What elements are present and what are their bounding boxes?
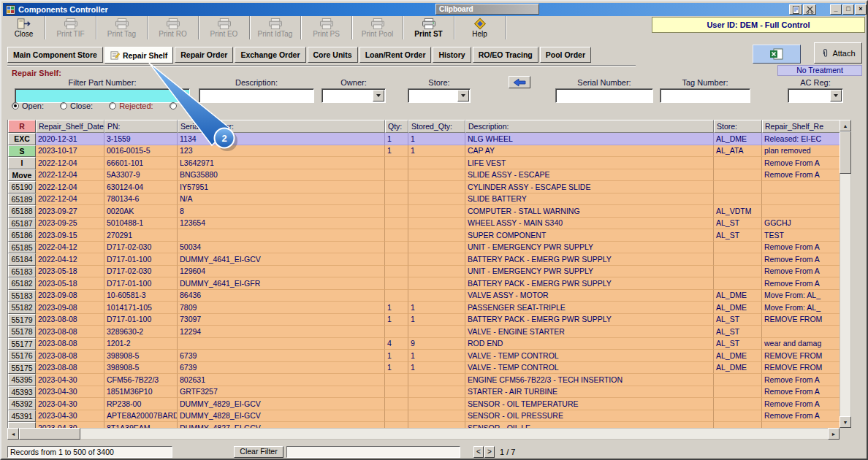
table-row[interactable]: 453912023-04-30APTE8A20007BARDDUMMY_4828… — [8, 410, 840, 423]
tab-exchange-order[interactable]: Exchange Order — [235, 47, 305, 63]
column-header-store[interactable]: Store: — [714, 120, 762, 133]
row-number[interactable]: 45395 — [8, 374, 36, 386]
scroll-down-button[interactable]: ▼ — [840, 416, 851, 428]
row-button-move[interactable]: Move — [8, 169, 36, 182]
prev-page-button[interactable]: < — [473, 446, 484, 458]
clipboard-floating-window[interactable]: Clipboard — [435, 4, 539, 15]
serial-number-input[interactable] — [555, 88, 653, 103]
row-number[interactable]: 65186 — [8, 229, 36, 242]
filter-expression-field[interactable] — [286, 446, 460, 458]
row-number[interactable]: 65189 — [8, 193, 36, 206]
table-row[interactable]: 551792023-08-08D717-01-1007309711BATTERY… — [8, 314, 840, 326]
horizontal-scrollbar[interactable]: ◄ ► — [7, 428, 840, 440]
row-number[interactable]: 55178 — [8, 326, 36, 338]
minimize-button[interactable]: _ — [830, 4, 842, 15]
row-number[interactable]: 55179 — [8, 314, 36, 326]
table-row[interactable]: 651842022-04-12D717-01-100DUMMY_4641_EI-… — [8, 253, 840, 266]
vertical-scroll-thumb[interactable] — [840, 131, 851, 174]
table-row[interactable]: 651832023-05-18D717-02-030129604UNIT - E… — [8, 266, 840, 278]
row-number[interactable]: 65182 — [8, 277, 36, 290]
table-row[interactable]: 551762023-08-08398908-5673911VALVE - TEM… — [8, 350, 840, 362]
print-st-button[interactable]: Print ST — [403, 16, 454, 39]
row-number[interactable]: 55177 — [8, 338, 36, 350]
help-button[interactable]: Help — [454, 16, 506, 39]
row-number[interactable]: 55175 — [8, 362, 36, 375]
table-row[interactable]: 651852022-04-12D717-02-03050034UNIT - EM… — [8, 242, 840, 254]
print-idtag-button[interactable]: Print IdTag — [250, 16, 301, 39]
table-row[interactable]: 651822023-05-18D717-01-100DUMMY_4641_EI-… — [8, 277, 840, 290]
row-number[interactable]: 65184 — [8, 253, 36, 266]
store-select[interactable] — [408, 88, 471, 103]
table-row[interactable]: 453922023-04-30RP238-00DUMMY_4829_EI-GCV… — [8, 398, 840, 410]
row-number[interactable]: 65185 — [8, 242, 36, 254]
export-excel-button[interactable] — [753, 45, 801, 64]
tab-repair-shelf[interactable]: Repair Shelf — [104, 47, 173, 64]
close-window-button[interactable]: × — [855, 4, 867, 15]
radio-open[interactable]: Open: — [12, 101, 44, 111]
column-header-repair-shelf-date[interactable]: Repair_Shelf_Date: — [36, 120, 104, 133]
print-tag-button[interactable]: Print Tag — [96, 16, 148, 39]
print-pool-button[interactable]: Print Pool — [352, 16, 403, 39]
table-row[interactable]: 651882023-09-270020AK8COMPUTER - STALL W… — [8, 205, 840, 218]
row-button-exc[interactable]: EXC — [8, 133, 36, 145]
next-page-button[interactable]: > — [484, 446, 495, 458]
table-row[interactable]: Move2022-12-045A3307-9BNG35880SLIDE ASSY… — [8, 169, 840, 182]
column-header-stored-qty[interactable]: Stored_Qty: — [408, 120, 465, 133]
column-header-repair-shelf-re[interactable]: Repair_Shelf_Re — [762, 120, 840, 133]
vertical-scrollbar[interactable]: ▲ ▼ — [840, 120, 851, 428]
table-row[interactable]: 651902022-12-04630124-04IY57951CYLINDER … — [8, 181, 840, 193]
apply-filter-arrow-button[interactable] — [509, 76, 530, 88]
table-row[interactable]: 2023-04-308T1A39EAMDUMMY_4827_EI-GCVSENS… — [8, 422, 840, 428]
chevron-down-icon[interactable] — [830, 90, 842, 101]
tab-main-component-store[interactable]: Main Component Store — [7, 47, 103, 63]
row-button-i[interactable]: I — [8, 157, 36, 169]
tab-pool-order[interactable]: Pool Order — [540, 47, 591, 63]
table-row[interactable]: 651872023-09-255010488-1123654WHEEL ASSY… — [8, 218, 840, 230]
row-number[interactable]: 55176 — [8, 350, 36, 362]
print-tif-button[interactable]: Print TIF — [45, 16, 96, 39]
description-filter-input[interactable] — [199, 88, 314, 103]
close-button[interactable]: Close — [3, 16, 45, 39]
row-number[interactable]: 55183 — [8, 290, 36, 302]
row-number[interactable]: 65183 — [8, 266, 36, 278]
table-row[interactable]: 551832023-09-0810-60581-386436VALVE ASSY… — [8, 290, 840, 302]
table-row[interactable]: 651862023-09-15270291SUPER COMPONENTAL_S… — [8, 229, 840, 242]
row-number[interactable]: 65187 — [8, 218, 36, 230]
print-ro-button[interactable]: Print RO — [148, 16, 199, 39]
row-number[interactable]: 55182 — [8, 302, 36, 314]
attach-button[interactable]: Attach — [814, 42, 862, 64]
row-number[interactable]: 45392 — [8, 398, 36, 410]
radio-option-4[interactable] — [170, 101, 180, 111]
tab-core-units[interactable]: Core Units — [308, 47, 358, 63]
table-row[interactable]: 651892022-12-04780134-6N/ASLIDE BATTERY — [8, 193, 840, 206]
table-row[interactable]: 551752023-08-08398908-5673911VALVE - TEM… — [8, 362, 840, 375]
print-eo-button[interactable]: Print EO — [199, 16, 250, 39]
radio-rejected[interactable]: Rejected: — [109, 101, 153, 111]
ac-reg-select[interactable] — [788, 88, 843, 103]
row-button-s[interactable]: S — [8, 145, 36, 158]
scroll-right-button[interactable]: ► — [828, 428, 840, 440]
column-header-serial-number[interactable]: Serial_Number: — [178, 120, 385, 133]
maximize-button[interactable]: □ — [842, 4, 854, 15]
chevron-down-icon[interactable] — [373, 90, 384, 101]
table-row[interactable]: 551772023-08-081201-249ROD ENDAL_STwear … — [8, 338, 840, 350]
tag-number-input[interactable] — [660, 88, 750, 103]
column-header-qty[interactable]: Qty: — [385, 120, 408, 133]
row-status-header-button[interactable]: R — [8, 120, 36, 133]
row-number[interactable]: 45393 — [8, 386, 36, 399]
document-tool-button[interactable] — [789, 4, 802, 15]
horizontal-scroll-thumb[interactable] — [19, 428, 80, 440]
column-header-pn[interactable]: PN: — [104, 120, 178, 133]
row-number[interactable] — [8, 422, 36, 428]
table-row[interactable]: 453932023-04-301851M36P10GRTF3257STARTER… — [8, 386, 840, 399]
chevron-down-icon[interactable] — [457, 90, 469, 101]
table-row[interactable]: 453952023-04-30CFM56-7B22/3802631ENGINE … — [8, 374, 840, 386]
table-row[interactable]: EXC2020-12-313-1559113411NLG WHEELAL_DME… — [8, 133, 840, 145]
row-number[interactable]: 45391 — [8, 410, 36, 423]
clear-filter-button[interactable]: Clear Filter — [234, 446, 283, 458]
scroll-left-button[interactable]: ◄ — [7, 428, 19, 440]
row-number[interactable]: 65190 — [8, 181, 36, 193]
scissors-tool-button[interactable] — [803, 4, 816, 15]
table-row[interactable]: 551822023-09-081014171-105780911PASSENGE… — [8, 302, 840, 314]
tab-loan-rent-order[interactable]: Loan/Rent Order — [359, 47, 432, 63]
